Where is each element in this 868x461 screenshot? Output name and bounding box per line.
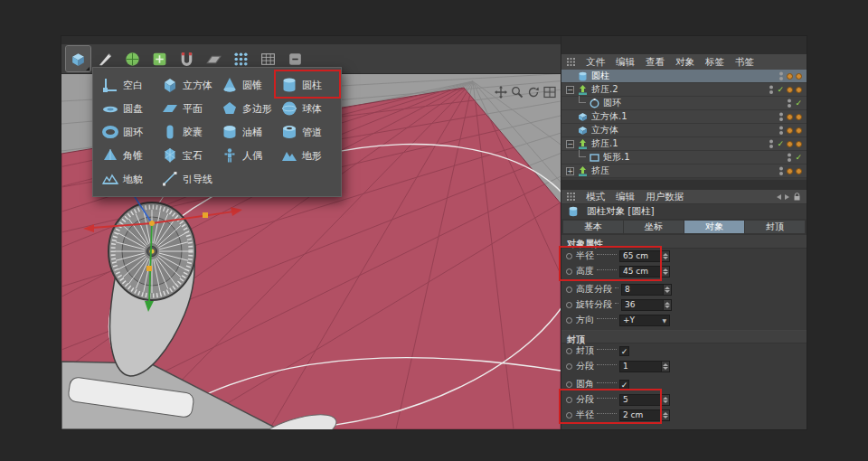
menu-item-胶囊[interactable]: 胶囊 bbox=[158, 120, 218, 144]
enabled-check-icon[interactable]: ✓ bbox=[777, 140, 784, 148]
object-row-矩形.1[interactable]: 矩形.1✓ bbox=[561, 151, 807, 165]
spinner[interactable] bbox=[661, 251, 669, 261]
tab-封顶[interactable]: 封顶 bbox=[745, 221, 805, 233]
menu-item-圆锥[interactable]: 圆锥 bbox=[218, 73, 278, 97]
param-dropdown-方向[interactable]: +Y▼ bbox=[619, 315, 670, 326]
expander-minus-icon[interactable]: − bbox=[566, 140, 574, 148]
spinner[interactable] bbox=[663, 285, 671, 295]
keyframe-dot[interactable] bbox=[566, 317, 572, 324]
keyframe-dot[interactable] bbox=[566, 397, 572, 403]
phong-tag-icon[interactable] bbox=[787, 73, 793, 80]
phong-tag-icon[interactable] bbox=[787, 87, 793, 93]
phong-tag-icon[interactable] bbox=[796, 87, 802, 93]
visibility-dots-icon[interactable] bbox=[778, 165, 784, 176]
keyframe-dot[interactable] bbox=[566, 268, 572, 275]
object-row-挤压[interactable]: +挤压 bbox=[561, 165, 807, 178]
pan-icon[interactable] bbox=[494, 85, 507, 99]
view-layout-icon[interactable] bbox=[542, 85, 556, 99]
visibility-dots-icon[interactable] bbox=[787, 152, 792, 163]
om-menu-编辑[interactable]: 编辑 bbox=[616, 56, 635, 69]
param-field-分段[interactable]: 5 bbox=[619, 394, 670, 406]
menu-item-圆盘[interactable]: 圆盘 bbox=[99, 97, 158, 120]
param-field-半径[interactable]: 2 cm bbox=[619, 409, 670, 421]
menu-item-宝石[interactable]: 宝石 bbox=[158, 144, 218, 167]
param-field-高度[interactable]: 45 cm bbox=[619, 266, 670, 278]
menu-item-地貌[interactable]: 地貌 bbox=[99, 167, 158, 191]
phong-tag-icon[interactable] bbox=[787, 141, 793, 147]
object-row-挤压.1[interactable]: −挤压.1✓ bbox=[561, 137, 807, 151]
rotate-icon[interactable] bbox=[526, 85, 540, 99]
panel-grid-icon[interactable] bbox=[567, 58, 575, 66]
keyframe-dot[interactable] bbox=[566, 287, 572, 293]
phong-tag-icon[interactable] bbox=[796, 168, 802, 174]
om-menu-对象[interactable]: 对象 bbox=[675, 56, 694, 69]
phong-tag-icon[interactable] bbox=[787, 114, 793, 120]
phong-tag-icon[interactable] bbox=[796, 114, 802, 120]
object-row-立方体.1[interactable]: 立方体.1 bbox=[561, 110, 807, 124]
object-row-圆柱[interactable]: 圆柱 bbox=[561, 70, 807, 83]
param-checkbox-封顶[interactable]: ✓ bbox=[619, 346, 629, 356]
menu-item-空白[interactable]: 空白 bbox=[99, 73, 158, 97]
param-field-半径[interactable]: 65 cm bbox=[619, 250, 670, 262]
phong-tag-icon[interactable] bbox=[796, 73, 802, 80]
tab-坐标[interactable]: 坐标 bbox=[624, 221, 684, 233]
expander-minus-icon[interactable]: − bbox=[566, 86, 574, 94]
menu-item-球体[interactable]: 球体 bbox=[278, 97, 337, 120]
expander-plus-icon[interactable]: + bbox=[566, 167, 574, 175]
object-row-圆环[interactable]: 圆环✓ bbox=[561, 97, 807, 110]
enabled-check-icon[interactable]: ✓ bbox=[795, 154, 802, 162]
phong-tag-icon[interactable] bbox=[787, 168, 793, 174]
keyframe-dot[interactable] bbox=[566, 253, 572, 259]
am-menu-模式[interactable]: 模式 bbox=[586, 191, 605, 203]
menu-item-圆柱[interactable]: 圆柱 bbox=[278, 73, 337, 97]
phong-tag-icon[interactable] bbox=[787, 127, 793, 134]
tab-对象[interactable]: 对象 bbox=[684, 221, 744, 233]
om-menu-文件[interactable]: 文件 bbox=[586, 56, 605, 69]
panel-grid-icon[interactable] bbox=[567, 193, 575, 201]
spinner[interactable] bbox=[661, 395, 669, 405]
menu-item-角锥[interactable]: 角锥 bbox=[99, 144, 158, 167]
object-row-挤压.2[interactable]: −挤压.2✓ bbox=[561, 83, 807, 97]
menu-item-立方体[interactable]: 立方体 bbox=[158, 73, 218, 97]
visibility-dots-icon[interactable] bbox=[769, 84, 774, 95]
add-primitive-button[interactable] bbox=[66, 46, 90, 71]
phong-tag-icon[interactable] bbox=[796, 141, 802, 147]
om-menu-查看[interactable]: 查看 bbox=[646, 56, 665, 69]
visibility-dots-icon[interactable] bbox=[778, 111, 784, 122]
menu-item-多边形[interactable]: 多边形 bbox=[218, 97, 278, 120]
param-field-旋转分段[interactable]: 36 bbox=[621, 299, 672, 311]
object-row-立方体[interactable]: 立方体 bbox=[561, 124, 807, 137]
menu-item-平面[interactable]: 平面 bbox=[158, 97, 218, 120]
menu-item-人偶[interactable]: 人偶 bbox=[218, 144, 278, 167]
om-menu-标签[interactable]: 标签 bbox=[705, 56, 724, 69]
om-menu-书签[interactable]: 书签 bbox=[735, 56, 754, 69]
spinner[interactable] bbox=[663, 300, 671, 310]
param-field-高度分段[interactable]: 8 bbox=[621, 284, 672, 296]
menu-item-油桶[interactable]: 油桶 bbox=[218, 120, 278, 144]
visibility-dots-icon[interactable] bbox=[769, 138, 774, 149]
param-checkbox-圆角[interactable]: ✓ bbox=[619, 380, 629, 390]
keyframe-dot[interactable] bbox=[566, 412, 572, 419]
tab-基本[interactable]: 基本 bbox=[563, 221, 623, 233]
menu-item-管道[interactable]: 管道 bbox=[278, 120, 337, 144]
spinner[interactable] bbox=[661, 267, 669, 277]
am-menu-编辑[interactable]: 编辑 bbox=[616, 191, 635, 203]
param-field-分段[interactable]: 1 bbox=[619, 361, 670, 372]
keyframe-dot[interactable] bbox=[566, 381, 572, 388]
visibility-dots-icon[interactable] bbox=[778, 71, 784, 81]
visibility-dots-icon[interactable] bbox=[778, 125, 784, 136]
spinner[interactable] bbox=[661, 410, 669, 420]
zoom-icon[interactable] bbox=[510, 85, 524, 99]
enabled-check-icon[interactable]: ✓ bbox=[777, 86, 784, 94]
history-forward-icon[interactable] bbox=[785, 194, 789, 200]
enabled-check-icon[interactable]: ✓ bbox=[795, 99, 802, 108]
keyframe-dot[interactable] bbox=[566, 348, 572, 354]
am-menu-用户数据[interactable]: 用户数据 bbox=[646, 191, 684, 203]
menu-item-引导线[interactable]: 引导线 bbox=[158, 167, 218, 191]
keyframe-dot[interactable] bbox=[566, 302, 572, 308]
menu-item-圆环[interactable]: 圆环 bbox=[99, 120, 158, 144]
phong-tag-icon[interactable] bbox=[796, 127, 802, 134]
keyframe-dot[interactable] bbox=[566, 363, 572, 370]
history-back-icon[interactable] bbox=[777, 194, 781, 200]
spinner[interactable] bbox=[661, 362, 669, 372]
